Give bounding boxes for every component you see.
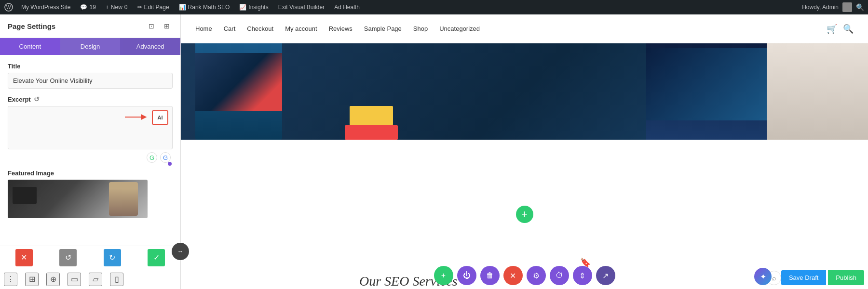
expand-button[interactable]: ⊞ bbox=[161, 20, 173, 32]
gemini-icon[interactable]: G bbox=[160, 152, 171, 163]
history-button[interactable]: ⏱ bbox=[550, 266, 569, 285]
tab-content[interactable]: Content bbox=[0, 38, 60, 55]
left-panel: Page Settings ⊡ ⊞ Content Design Advance… bbox=[0, 14, 181, 289]
hero-image-left bbox=[195, 43, 282, 140]
excerpt-dot bbox=[168, 162, 172, 166]
title-label: Title bbox=[8, 63, 173, 70]
admin-bar-ad-health[interactable]: Ad Health bbox=[332, 4, 362, 11]
admin-bar-new[interactable]: + New 0 bbox=[104, 4, 130, 11]
rank-math-icon: 📊 bbox=[179, 4, 186, 11]
hero-screen-left bbox=[195, 53, 282, 111]
hero-image-far-right bbox=[767, 43, 868, 140]
panel-secondary-toolbar: ⋮ ⊞ ⊕ ▭ ▱ ▯ bbox=[0, 269, 180, 289]
grammarly-icon[interactable]: G bbox=[147, 152, 157, 163]
delete-button[interactable]: 🗑 bbox=[480, 266, 500, 285]
bottom-toolbar: ✕ ↺ ↻ ✓ bbox=[0, 246, 180, 269]
red-arrow-indicator bbox=[125, 112, 149, 122]
admin-bar-insights[interactable]: 📈 Insights bbox=[237, 4, 270, 11]
laptop-visual bbox=[13, 187, 37, 204]
hero-yellow-bar bbox=[350, 106, 393, 125]
undo-button[interactable]: ↺ bbox=[59, 249, 77, 266]
nav-home[interactable]: Home bbox=[195, 25, 212, 32]
excerpt-reset-icon[interactable]: ↺ bbox=[34, 95, 40, 103]
search-icon[interactable]: 🔍 bbox=[856, 3, 864, 11]
share-button[interactable]: ↗ bbox=[596, 266, 615, 285]
bar-chart-icon: 📈 bbox=[239, 4, 246, 11]
tab-advanced[interactable]: Advanced bbox=[120, 38, 180, 55]
minimize-button[interactable]: ⊡ bbox=[146, 20, 157, 32]
comment-icon: 💬 bbox=[80, 4, 87, 11]
page-settings-header: Page Settings ⊡ ⊞ bbox=[0, 14, 180, 38]
cart-icon[interactable]: 🛒 bbox=[827, 24, 837, 34]
add-block-button[interactable]: + bbox=[516, 206, 533, 223]
main-layout: Page Settings ⊡ ⊞ Content Design Advance… bbox=[0, 14, 868, 289]
save-draft-button[interactable]: Save Draft bbox=[781, 270, 826, 285]
wp-logo[interactable]: W bbox=[4, 2, 14, 12]
nav-right: 🛒 🔍 bbox=[827, 24, 854, 34]
nav-uncategorized[interactable]: Uncategorized bbox=[439, 25, 480, 32]
adjust-button[interactable]: ⇕ bbox=[573, 266, 592, 285]
power-button[interactable]: ⏻ bbox=[457, 266, 476, 285]
admin-avatar bbox=[842, 2, 852, 12]
svg-text:W: W bbox=[6, 5, 11, 10]
publish-button[interactable]: Publish bbox=[828, 270, 864, 285]
admin-bar-rank-math[interactable]: 📊 Rank Math SEO bbox=[177, 4, 232, 11]
dots-menu-button[interactable]: ⋮ bbox=[4, 273, 17, 286]
add-element-button[interactable]: + bbox=[434, 266, 453, 285]
hero-area bbox=[181, 43, 868, 140]
pencil-icon: ✏ bbox=[137, 4, 142, 11]
grid-view-button[interactable]: ⊞ bbox=[25, 273, 39, 286]
ai-button[interactable]: AI bbox=[152, 110, 168, 125]
excerpt-label: Excerpt ↺ bbox=[8, 95, 173, 103]
admin-bar: W My WordPress Site 💬 19 + New 0 ✏ Edit … bbox=[0, 0, 868, 14]
desktop-view-button[interactable]: ▭ bbox=[68, 273, 81, 286]
nav-shop[interactable]: Shop bbox=[413, 25, 428, 32]
site-nav: Home Cart Checkout My account Reviews Sa… bbox=[181, 14, 868, 43]
zoom-button[interactable]: ⊕ bbox=[46, 273, 60, 286]
excerpt-container: AI G G bbox=[8, 106, 173, 164]
canvas-area: Home Cart Checkout My account Reviews Sa… bbox=[181, 14, 868, 289]
tablet-view-button[interactable]: ▱ bbox=[89, 273, 102, 286]
featured-image-thumbnail[interactable] bbox=[8, 180, 148, 218]
hero-red-bar bbox=[345, 125, 398, 140]
mobile-view-button[interactable]: ▯ bbox=[110, 273, 123, 286]
page-settings-title: Page Settings bbox=[8, 22, 55, 30]
confirm-button[interactable]: ✓ bbox=[148, 249, 165, 266]
hero-screen-right bbox=[646, 48, 772, 120]
panel-content: Title Excerpt ↺ bbox=[0, 55, 180, 246]
close-button[interactable]: ✕ bbox=[503, 266, 523, 285]
nav-cart[interactable]: Cart bbox=[224, 25, 236, 32]
nav-reviews[interactable]: Reviews bbox=[329, 25, 353, 32]
featured-image-label: Featured Image bbox=[8, 170, 173, 177]
excerpt-icons: G G bbox=[8, 151, 173, 164]
panel-tabs: Content Design Advanced bbox=[0, 38, 180, 55]
save-publish-area: Save Draft Publish bbox=[781, 270, 864, 285]
cancel-button[interactable]: ✕ bbox=[15, 249, 33, 266]
search-icon[interactable]: 🔍 bbox=[843, 24, 854, 34]
tab-design[interactable]: Design bbox=[60, 38, 121, 55]
nav-my-account[interactable]: My account bbox=[285, 25, 317, 32]
trash-icon: 🗑 bbox=[486, 271, 494, 280]
drag-handle[interactable]: ↔ bbox=[172, 243, 189, 260]
ai-corner-button[interactable]: ✦ bbox=[754, 268, 772, 285]
hero-image-right bbox=[646, 43, 772, 140]
bookmark-icon: 🔖 bbox=[580, 257, 591, 268]
nav-sample-page[interactable]: Sample Page bbox=[364, 25, 402, 32]
header-icons: ⊡ ⊞ bbox=[146, 20, 173, 32]
plus-icon: + bbox=[106, 4, 109, 11]
admin-bar-site-name[interactable]: My WordPress Site bbox=[19, 4, 72, 11]
redo-button[interactable]: ↻ bbox=[104, 249, 121, 266]
settings-button[interactable]: ⚙ bbox=[527, 266, 546, 285]
person-visual bbox=[109, 182, 138, 216]
excerpt-area[interactable]: AI bbox=[8, 106, 173, 149]
nav-checkout[interactable]: Checkout bbox=[247, 25, 273, 32]
title-input[interactable] bbox=[8, 73, 173, 89]
admin-bar-comments[interactable]: 💬 19 bbox=[78, 4, 97, 11]
admin-bar-edit-page[interactable]: ✏ Edit Page bbox=[136, 4, 171, 11]
admin-bar-exit-builder[interactable]: Exit Visual Builder bbox=[276, 4, 327, 11]
admin-bar-right: Howdy, Admin 🔍 bbox=[802, 2, 864, 12]
